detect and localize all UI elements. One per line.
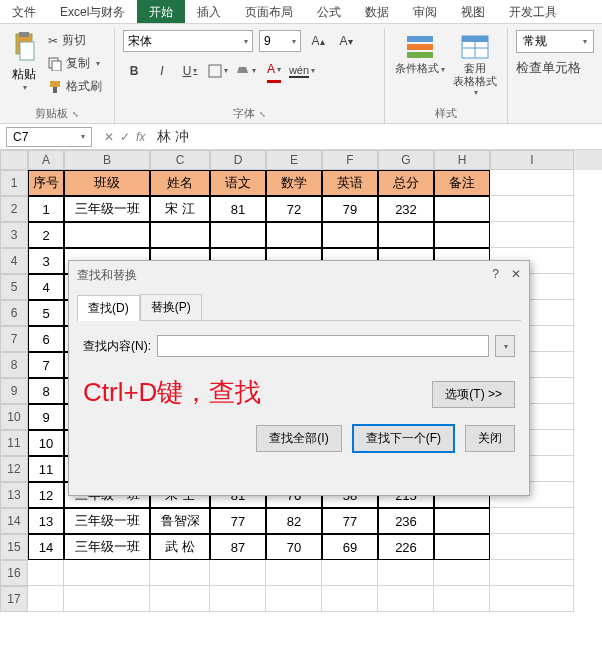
cell[interactable] <box>150 560 210 586</box>
close-button[interactable]: 关闭 <box>465 425 515 452</box>
decrease-font-button[interactable]: A▾ <box>335 30 357 52</box>
cell[interactable] <box>322 560 378 586</box>
tab-dev[interactable]: 开发工具 <box>497 0 569 23</box>
help-icon[interactable]: ? <box>492 267 499 284</box>
increase-font-button[interactable]: A▴ <box>307 30 329 52</box>
cut-button[interactable]: ✂剪切 <box>44 30 106 51</box>
cell[interactable]: 总分 <box>378 170 434 196</box>
conditional-format-button[interactable]: 条件格式▾ <box>393 30 447 99</box>
cell[interactable]: 12 <box>28 482 64 508</box>
row-header[interactable]: 17 <box>0 586 28 612</box>
tab-formula[interactable]: 公式 <box>305 0 353 23</box>
cell[interactable]: 三年级一班 <box>64 196 150 222</box>
cell[interactable] <box>210 222 266 248</box>
cell[interactable] <box>490 170 574 196</box>
table-format-button[interactable]: 套用 表格格式▾ <box>451 30 499 99</box>
find-dropdown-button[interactable]: ▾ <box>495 335 515 357</box>
cell[interactable]: 14 <box>28 534 64 560</box>
cell[interactable]: 87 <box>210 534 266 560</box>
cell[interactable]: 70 <box>266 534 322 560</box>
col-header[interactable]: G <box>378 150 434 170</box>
cell[interactable]: 6 <box>28 326 64 352</box>
cell[interactable]: 81 <box>210 196 266 222</box>
font-color-button[interactable]: A▾ <box>263 58 285 80</box>
tab-start[interactable]: 开始 <box>137 0 185 23</box>
border-button[interactable]: ▾ <box>207 60 229 82</box>
cell[interactable]: 10 <box>28 430 64 456</box>
name-box[interactable]: C7▾ <box>6 127 92 147</box>
cell[interactable] <box>490 586 574 612</box>
find-next-button[interactable]: 查找下一个(F) <box>352 424 455 453</box>
cell[interactable] <box>150 222 210 248</box>
cell[interactable] <box>150 586 210 612</box>
tab-data[interactable]: 数据 <box>353 0 401 23</box>
cell[interactable] <box>210 560 266 586</box>
row-header[interactable]: 11 <box>0 430 28 456</box>
cell[interactable] <box>378 586 434 612</box>
tab-insert[interactable]: 插入 <box>185 0 233 23</box>
row-header[interactable]: 2 <box>0 196 28 222</box>
row-header[interactable]: 4 <box>0 248 28 274</box>
cell[interactable] <box>378 222 434 248</box>
tab-view[interactable]: 视图 <box>449 0 497 23</box>
cell[interactable]: 武 松 <box>150 534 210 560</box>
cell[interactable]: 77 <box>210 508 266 534</box>
row-header[interactable]: 10 <box>0 404 28 430</box>
paste-button[interactable]: 粘贴 ▾ <box>8 30 40 97</box>
cell[interactable]: 三年级一班 <box>64 508 150 534</box>
cell[interactable]: 4 <box>28 274 64 300</box>
cell[interactable]: 三年级一班 <box>64 534 150 560</box>
cell[interactable]: 232 <box>378 196 434 222</box>
cell[interactable]: 2 <box>28 222 64 248</box>
find-input[interactable] <box>157 335 489 357</box>
select-all-corner[interactable] <box>0 150 28 170</box>
underline-button[interactable]: U▾ <box>179 60 201 82</box>
cell[interactable]: 236 <box>378 508 434 534</box>
cell[interactable] <box>322 222 378 248</box>
cell[interactable]: 1 <box>28 196 64 222</box>
cell[interactable] <box>434 534 490 560</box>
cell[interactable] <box>434 560 490 586</box>
formula-bar[interactable]: 林 冲 <box>151 126 602 148</box>
col-header[interactable]: I <box>490 150 574 170</box>
cell[interactable] <box>266 222 322 248</box>
cell[interactable]: 鲁智深 <box>150 508 210 534</box>
cell[interactable] <box>266 586 322 612</box>
col-header[interactable]: D <box>210 150 266 170</box>
cell[interactable] <box>434 222 490 248</box>
cell[interactable]: 11 <box>28 456 64 482</box>
cancel-formula-icon[interactable]: ✕ <box>104 130 114 144</box>
fill-color-button[interactable]: ▾ <box>235 60 257 82</box>
cell[interactable]: 班级 <box>64 170 150 196</box>
font-name-combo[interactable]: 宋体▾ <box>123 30 253 52</box>
cell[interactable] <box>378 560 434 586</box>
cell[interactable] <box>490 196 574 222</box>
row-header[interactable]: 6 <box>0 300 28 326</box>
find-tab[interactable]: 查找(D) <box>77 295 140 321</box>
cell[interactable] <box>28 586 64 612</box>
dialog-titlebar[interactable]: 查找和替换 ? ✕ <box>69 261 529 290</box>
col-header[interactable]: E <box>266 150 322 170</box>
cell[interactable]: 8 <box>28 378 64 404</box>
cell[interactable]: 备注 <box>434 170 490 196</box>
cell[interactable] <box>490 508 574 534</box>
cell[interactable]: 姓名 <box>150 170 210 196</box>
col-header[interactable]: A <box>28 150 64 170</box>
cell[interactable]: 77 <box>322 508 378 534</box>
font-size-combo[interactable]: 9▾ <box>259 30 301 52</box>
cell[interactable]: 英语 <box>322 170 378 196</box>
cell[interactable]: 5 <box>28 300 64 326</box>
bold-button[interactable]: B <box>123 60 145 82</box>
cell[interactable] <box>64 586 150 612</box>
phonetic-button[interactable]: wén▾ <box>291 60 313 82</box>
row-header[interactable]: 16 <box>0 560 28 586</box>
row-header[interactable]: 14 <box>0 508 28 534</box>
options-button[interactable]: 选项(T) >> <box>432 381 515 408</box>
cell[interactable] <box>266 560 322 586</box>
row-header[interactable]: 3 <box>0 222 28 248</box>
row-header[interactable]: 7 <box>0 326 28 352</box>
tab-review[interactable]: 审阅 <box>401 0 449 23</box>
row-header[interactable]: 13 <box>0 482 28 508</box>
cell[interactable] <box>490 534 574 560</box>
row-header[interactable]: 15 <box>0 534 28 560</box>
